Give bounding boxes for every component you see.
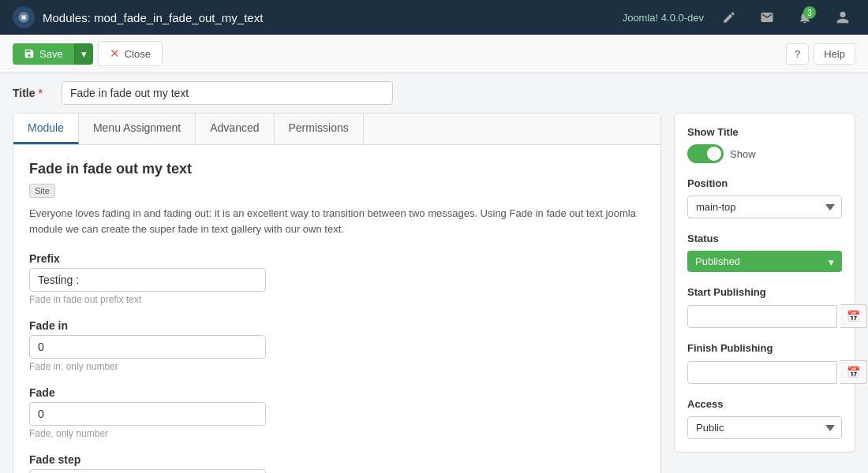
finish-publishing-label: Finish Publishing (687, 342, 842, 354)
position-section: Position main-top top bottom left right … (687, 177, 842, 218)
fade-label: Fade (29, 386, 645, 399)
joomla-icon (17, 11, 30, 24)
edit-icon (722, 10, 736, 24)
joomla-logo (13, 6, 35, 28)
access-label: Access (687, 398, 842, 410)
close-x-icon: ✕ (110, 47, 120, 61)
tab-advanced[interactable]: Advanced (196, 114, 274, 144)
show-title-toggle[interactable] (687, 144, 724, 163)
start-publishing-calendar-button[interactable]: 📅 (840, 304, 867, 328)
prefix-label: Prefix (29, 252, 645, 265)
field-fade-in: Fade in Fade in, only number (29, 319, 645, 372)
module-description: Everyone loves fading in and fading out:… (29, 206, 645, 236)
show-title-label: Show Title (687, 126, 842, 138)
fade-hint: Fade, only number (29, 428, 645, 439)
show-title-section: Show Title Show (687, 126, 842, 163)
start-publishing-input[interactable] (687, 305, 837, 328)
help-button[interactable]: Help (814, 43, 855, 65)
page-title: Modules: mod_fade_in_fade_out_my_text (43, 11, 263, 24)
top-header: Modules: mod_fade_in_fade_out_my_text Jo… (0, 0, 868, 35)
start-publishing-section: Start Publishing 📅 (687, 286, 842, 328)
title-input[interactable] (62, 81, 393, 105)
header-right: Joomla! 4.0.0-dev 3 (623, 5, 855, 30)
fade-step-label: Fade step (29, 453, 645, 466)
status-section: Status Published Unpublished Trashed (687, 233, 842, 272)
toggle-show-label: Show (730, 148, 756, 160)
finish-publishing-section: Finish Publishing 📅 (687, 342, 842, 384)
toggle-row: Show (687, 144, 842, 163)
save-icon (24, 48, 35, 59)
finish-publishing-input[interactable] (687, 361, 837, 384)
close-button[interactable]: ✕ Close (98, 41, 163, 66)
save-dropdown-button[interactable]: ▾ (74, 43, 93, 65)
access-section: Access Public Registered Special Guest S… (687, 398, 842, 439)
status-wrapper: Published Unpublished Trashed (687, 251, 842, 272)
start-publishing-row: 📅 (687, 304, 842, 328)
toolbar-right: ? Help (786, 43, 855, 65)
save-button[interactable]: Save (13, 43, 74, 65)
finish-publishing-row: 📅 (687, 360, 842, 384)
tabs: Module Menu Assignment Advanced Permissi… (13, 114, 660, 145)
start-publishing-label: Start Publishing (687, 286, 842, 298)
edit-icon-btn[interactable] (716, 5, 742, 30)
field-fade: Fade Fade, only number (29, 386, 645, 439)
calendar-icon: 📅 (847, 310, 860, 322)
field-prefix: Prefix Fade in fade out prefix text (29, 252, 645, 305)
bell-icon-btn[interactable]: 3 (792, 5, 817, 30)
required-star: * (38, 87, 42, 99)
left-panel: Module Menu Assignment Advanced Permissi… (13, 113, 661, 473)
tab-module[interactable]: Module (13, 114, 79, 144)
save-group: Save ▾ (13, 43, 93, 65)
fade-in-label: Fade in (29, 319, 645, 332)
fade-in-input[interactable] (29, 335, 266, 359)
status-label: Status (687, 233, 842, 244)
mail-icon (760, 10, 774, 24)
field-fade-step: Fade step Fade step, only number (29, 453, 645, 473)
module-body: Fade in fade out my text Site Everyone l… (13, 145, 660, 473)
user-icon (836, 10, 850, 24)
prefix-input[interactable] (29, 268, 266, 292)
toolbar-left: Save ▾ ✕ Close (13, 41, 163, 66)
tab-menu-assignment[interactable]: Menu Assignment (79, 114, 196, 144)
toolbar: Save ▾ ✕ Close ? Help (0, 35, 868, 73)
fade-input[interactable] (29, 402, 266, 426)
tab-permissions[interactable]: Permissions (275, 114, 364, 144)
user-icon-btn[interactable] (830, 5, 855, 30)
fade-step-input[interactable] (29, 469, 266, 473)
fade-in-hint: Fade in, only number (29, 361, 645, 372)
joomla-version: Joomla! 4.0.0-dev (623, 12, 704, 24)
status-select[interactable]: Published Unpublished Trashed (687, 251, 842, 272)
mail-icon-btn[interactable] (754, 5, 780, 30)
module-section-title: Fade in fade out my text (29, 161, 645, 177)
main-content: Module Menu Assignment Advanced Permissi… (0, 113, 868, 473)
title-label: Title * (13, 87, 52, 99)
position-select[interactable]: main-top top bottom left right sidebar (687, 196, 842, 218)
finish-publishing-calendar-button[interactable]: 📅 (840, 360, 867, 384)
site-badge: Site (29, 184, 55, 198)
title-row: Title * (0, 73, 868, 113)
header-left: Modules: mod_fade_in_fade_out_my_text (13, 6, 263, 28)
calendar-icon-2: 📅 (847, 366, 860, 378)
right-panel: Show Title Show Position main-top top bo… (674, 113, 855, 453)
position-label: Position (687, 177, 842, 189)
notification-badge: 3 (803, 6, 816, 19)
access-select[interactable]: Public Registered Special Guest Super Us… (687, 416, 842, 439)
question-button[interactable]: ? (786, 43, 809, 65)
prefix-hint: Fade in fade out prefix text (29, 294, 645, 305)
